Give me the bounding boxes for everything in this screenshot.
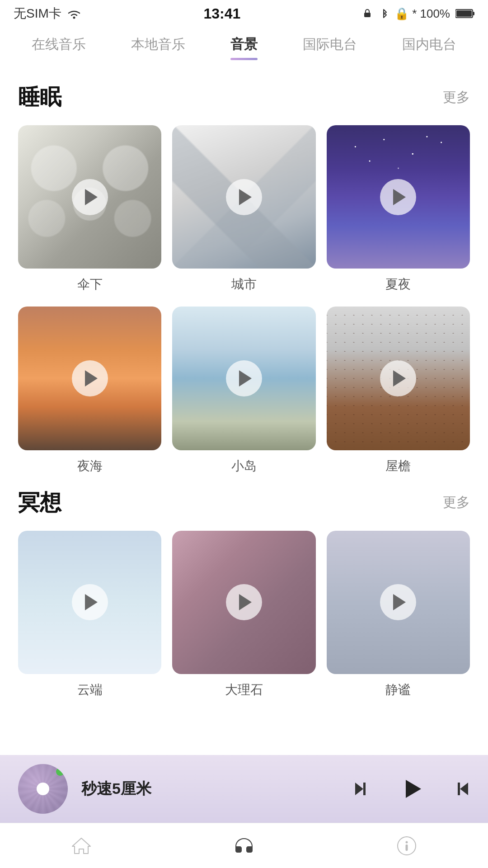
grid-item-summer-night[interactable]: 夏夜 — [327, 125, 470, 293]
bottom-nav — [0, 823, 488, 868]
thumb-clouds — [18, 531, 161, 674]
play-btn-meditation3[interactable] — [380, 584, 416, 620]
meditation-more-button[interactable]: 更多 — [443, 493, 470, 512]
label-city: 城市 — [231, 276, 257, 293]
player-play-button[interactable] — [396, 773, 427, 805]
nav-music[interactable] — [219, 830, 269, 862]
grid-item-clouds[interactable]: 云端 — [18, 531, 161, 698]
thumb-marble — [172, 531, 315, 674]
player-album-art[interactable] — [18, 764, 68, 814]
meditation-grid: 云端 大理石 静谧 — [18, 531, 470, 698]
thumb-meditation3 — [327, 531, 470, 674]
thumb-summer-night — [327, 125, 470, 269]
svg-rect-6 — [363, 783, 366, 795]
grid-item-night-sea[interactable]: 夜海 — [18, 307, 161, 474]
svg-point-10 — [406, 841, 408, 843]
sleep-section-header: 睡眠 更多 — [18, 83, 470, 112]
label-night-sea: 夜海 — [77, 458, 103, 475]
sleep-title: 睡眠 — [18, 83, 61, 112]
status-right: 🔒 * 100% — [362, 7, 474, 21]
player-online-dot — [56, 768, 64, 776]
headphones-icon — [233, 835, 255, 857]
lock-icon — [362, 8, 373, 19]
status-time: 13:41 — [203, 5, 240, 22]
home-icon — [70, 835, 93, 857]
label-eave: 屋檐 — [385, 458, 411, 475]
grid-item-meditation3[interactable]: 静谧 — [327, 531, 470, 698]
play-btn-marble[interactable] — [226, 584, 262, 620]
next-icon — [450, 779, 470, 799]
main-content: 睡眠 更多 伞下 城市 夏夜 — [0, 60, 488, 802]
battery-percent: 🔒 * 100% — [394, 7, 450, 21]
meditation-section-header: 冥想 更多 — [18, 488, 470, 517]
tab-soundscape[interactable]: 音景 — [230, 35, 258, 60]
sleep-more-button[interactable]: 更多 — [443, 88, 470, 107]
status-left: 无SIM卡 — [14, 5, 82, 22]
player-prev-button[interactable] — [353, 779, 373, 799]
svg-marker-5 — [355, 783, 363, 795]
player-next-button[interactable] — [450, 779, 470, 799]
svg-rect-4 — [456, 10, 472, 17]
play-btn-night-sea[interactable] — [72, 360, 108, 396]
thumb-umbrella — [18, 125, 161, 269]
thumb-night-sea — [18, 307, 161, 450]
sleep-grid-row2: 夜海 小岛 屋檐 — [18, 307, 470, 474]
tab-intl-radio[interactable]: 国际电台 — [303, 35, 357, 60]
label-island: 小岛 — [231, 458, 257, 475]
play-btn-eave[interactable] — [380, 360, 416, 396]
sleep-grid-row1: 伞下 城市 夏夜 — [18, 125, 470, 293]
label-marble: 大理石 — [225, 681, 263, 698]
grid-item-marble[interactable]: 大理石 — [172, 531, 315, 698]
tab-domestic-radio[interactable]: 国内电台 — [402, 35, 456, 60]
sim-status: 无SIM卡 — [14, 5, 61, 22]
tab-local-music[interactable]: 本地音乐 — [131, 35, 185, 60]
grid-item-umbrella[interactable]: 伞下 — [18, 125, 161, 293]
nav-home[interactable] — [56, 830, 106, 862]
thumb-island — [172, 307, 315, 450]
label-umbrella: 伞下 — [77, 276, 103, 293]
player-controls — [353, 773, 470, 805]
thumb-eave — [327, 307, 470, 450]
grid-item-city[interactable]: 城市 — [172, 125, 315, 293]
play-btn-city[interactable] — [226, 179, 262, 215]
svg-rect-8 — [458, 783, 460, 795]
play-btn-clouds[interactable] — [72, 584, 108, 620]
status-bar: 无SIM卡 13:41 🔒 * 100% — [0, 0, 488, 27]
svg-marker-7 — [460, 783, 468, 795]
nav-info[interactable] — [382, 830, 432, 862]
svg-point-0 — [73, 17, 75, 19]
grid-item-island[interactable]: 小岛 — [172, 307, 315, 474]
thumb-city — [172, 125, 315, 269]
player-bar: 秒速5厘米 — [0, 755, 488, 823]
play-btn-summer-night[interactable] — [380, 179, 416, 215]
battery-icon — [455, 9, 474, 19]
svg-rect-11 — [406, 844, 408, 851]
prev-icon — [353, 779, 373, 799]
label-summer-night: 夏夜 — [385, 276, 411, 293]
label-meditation3: 静谧 — [385, 681, 411, 698]
tab-online-music[interactable]: 在线音乐 — [32, 35, 86, 60]
player-song-title: 秒速5厘米 — [81, 778, 340, 799]
label-clouds: 云端 — [77, 681, 103, 698]
info-icon — [395, 835, 418, 857]
grid-item-eave[interactable]: 屋檐 — [327, 307, 470, 474]
bluetooth-icon — [378, 8, 389, 19]
svg-rect-3 — [473, 12, 474, 15]
play-btn-umbrella[interactable] — [72, 179, 108, 215]
wifi-icon — [66, 8, 82, 19]
tab-bar: 在线音乐 本地音乐 音景 国际电台 国内电台 — [0, 27, 488, 60]
play-btn-island[interactable] — [226, 360, 262, 396]
svg-rect-1 — [364, 13, 371, 17]
meditation-title: 冥想 — [18, 488, 61, 517]
